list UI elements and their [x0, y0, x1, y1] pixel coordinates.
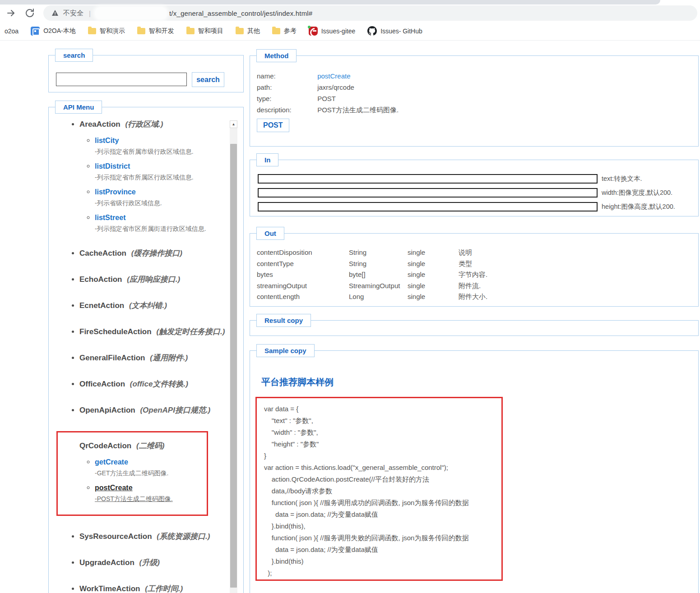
folder-icon — [272, 28, 280, 34]
security-label: 不安全 — [63, 9, 83, 18]
method-row-type: type: POST — [257, 93, 399, 104]
code-line: var action = this.Actions.load("x_genera… — [264, 462, 501, 473]
sample-heading: 平台推荐脚本样例 — [261, 376, 334, 388]
menu-item-openapiaction: OpenApiAction (OpenAPI接口规范.) — [79, 405, 227, 416]
search-button[interactable]: search — [192, 72, 224, 87]
menu-item-ecnetaction: EcnetAction (文本纠错.) — [79, 300, 227, 311]
width-input[interactable] — [258, 188, 598, 198]
method-row-name: name: postCreate — [257, 70, 399, 82]
menu-subitem-listdistrict: listDistrict -列示指定省市所属区行政区域信息. — [95, 161, 227, 181]
out-panel: Out contentDispositionStringsingle说明 con… — [250, 233, 699, 307]
method-name-value: postCreate — [317, 72, 350, 80]
out-row: bytesbyte[]single字节内容. — [257, 269, 487, 280]
code-line: } — [264, 450, 501, 462]
postcreate-link[interactable]: postCreate — [95, 484, 133, 492]
bookmark-folder-zhihe-dev[interactable]: 智和开发 — [137, 27, 174, 35]
menu-item-officeaction: OfficeAction (office文件转换.) — [79, 379, 227, 390]
bookmark-o2oa-local[interactable]: O2OA-本地 — [31, 27, 76, 36]
menu-subitem-liststreet: listStreet -列示指定省市区所属街道行政区域信息. — [95, 212, 227, 233]
menu-subitem-postcreate-selected: postCreate -POST方法生成二维码图像. — [95, 483, 207, 503]
result-copy-legend: Result copy — [256, 314, 311, 327]
bookmark-folder-zhihe-demo[interactable]: 智和演示 — [88, 27, 125, 35]
listcity-link[interactable]: listCity — [95, 137, 119, 144]
liststreet-link[interactable]: listStreet — [95, 214, 125, 221]
menu-subitem-listprovince: listProvince -列示省级行政区域信息. — [95, 187, 227, 207]
code-line: action.QrCodeAction.postCreate(//平台封装好的方… — [264, 473, 501, 485]
bookmark-issues-gitee[interactable]: Issues-gitee — [309, 27, 355, 36]
browser-toolbar: 不安全 | t/x_general_assemble_control/jest/… — [0, 5, 700, 22]
forward-icon[interactable] — [5, 8, 16, 18]
address-bar[interactable]: 不安全 | t/x_general_assemble_control/jest/… — [43, 5, 697, 21]
menu-item-areaaction: AreaAction (行政区域.) listCity -列示指定省所属市级行政… — [79, 119, 227, 233]
sample-code-block: var data = { "text" : "参数", "width" : "参… — [255, 397, 503, 581]
bookmark-o2oa[interactable]: o2oa — [5, 28, 19, 35]
search-panel-legend: search — [55, 49, 93, 62]
listdistrict-link[interactable]: listDistrict — [95, 162, 130, 170]
height-input[interactable] — [258, 202, 598, 211]
search-input[interactable] — [56, 73, 187, 86]
api-menu-panel: API Menu AreaAction (行政区域.) listCity -列示… — [48, 107, 244, 593]
api-menu-legend: API Menu — [55, 101, 102, 114]
o2oa-logo-icon — [31, 27, 40, 36]
menu-subitem-listcity: listCity -列示指定省所属市级行政区域信息. — [95, 135, 227, 156]
menu-subitem-getcreate: getCreate -GET方法生成二维码图像. — [95, 457, 207, 477]
getcreate-link[interactable]: getCreate — [95, 458, 128, 466]
post-button[interactable]: POST — [257, 119, 289, 132]
url-text: t/x_general_assemble_control/jest/index.… — [169, 9, 313, 17]
out-table: contentDispositionStringsingle说明 content… — [257, 247, 487, 303]
result-copy-panel: Result copy — [250, 320, 699, 336]
sample-copy-legend: Sample copy — [256, 344, 315, 357]
folder-icon — [137, 28, 145, 34]
out-row: contentDispositionStringsingle说明 — [257, 247, 487, 258]
menu-item-generalfileaction: GeneralFileAction (通用附件.) — [79, 353, 227, 363]
listprovince-link[interactable]: listProvince — [95, 188, 136, 196]
tab-strip — [0, 0, 660, 5]
address-separator: | — [89, 9, 91, 17]
code-line: function( json ){ //服务调用成功的回调函数, json为服务… — [264, 497, 501, 509]
out-row: contentLengthLongsingle附件大小. — [257, 291, 487, 303]
code-line: }.bind(this), — [264, 520, 501, 532]
github-icon — [367, 26, 377, 36]
redacted-host — [95, 7, 167, 19]
in-field-width: width:图像宽度,默认200. — [258, 188, 672, 198]
text-input[interactable] — [258, 174, 598, 184]
in-panel-legend: In — [256, 153, 278, 166]
in-field-text: text:转换文本. — [258, 174, 642, 184]
menu-item-upgradeaction: UpgradeAction (升级) — [79, 557, 227, 568]
code-line: var data = { — [264, 403, 501, 415]
code-line: data = json.data; //为变量data赋值 — [264, 544, 501, 556]
bookmark-folder-other[interactable]: 其他 — [236, 27, 260, 35]
folder-icon — [236, 28, 244, 34]
scrollbar-up-arrow-icon[interactable]: ▲ — [230, 120, 237, 128]
code-line: "height" : "参数" — [264, 438, 501, 450]
bookmark-issues-github[interactable]: Issues- GitHub — [367, 26, 422, 36]
code-line: data,//body请求参数 — [264, 485, 501, 497]
folder-icon — [186, 28, 195, 34]
code-line: "width" : "参数", — [264, 427, 501, 438]
folder-icon — [88, 28, 96, 34]
bookmark-folder-reference[interactable]: 参考 — [272, 27, 297, 35]
method-row-path: path: jaxrs/qrcode — [257, 82, 399, 93]
in-panel: In text:转换文本. width:图像宽度,默认200. height:图… — [250, 160, 699, 216]
api-menu-list: AreaAction (行政区域.) listCity -列示指定省所属市级行政… — [56, 115, 227, 593]
menu-item-echoaction: EchoAction (应用响应接口.) — [79, 274, 227, 285]
code-line: data = json.data; //为变量data赋值 — [264, 509, 501, 520]
gitee-icon — [309, 27, 318, 36]
out-panel-legend: Out — [256, 227, 284, 240]
menu-scrollbar[interactable]: ▲ ▼ — [230, 120, 237, 593]
search-panel: search search — [48, 55, 244, 92]
bookmarks-bar: o2oa O2OA-本地 智和演示 智和开发 智和项目 其他 参考 Issues… — [0, 22, 700, 41]
code-line: }.bind(this) — [264, 556, 501, 567]
method-panel-legend: Method — [256, 49, 297, 62]
menu-item-firescheduleaction: FireScheduleAction (触发定时任务接口.) — [79, 326, 227, 337]
method-panel: Method name: postCreate path: jaxrs/qrco… — [250, 55, 699, 147]
menu-item-worktimeaction: WorkTimeAction (工作时间.) — [79, 584, 227, 593]
scrollbar-thumb[interactable] — [230, 144, 237, 588]
out-row: contentTypeStringsingle类型 — [257, 258, 487, 270]
code-line: ); — [264, 567, 501, 579]
code-line: "text" : "参数", — [264, 415, 501, 427]
reload-icon[interactable] — [24, 8, 35, 18]
bookmark-folder-zhihe-project[interactable]: 智和项目 — [186, 27, 223, 35]
method-row-description: description: POST方法生成二维码图像. — [257, 104, 399, 115]
sample-copy-panel: Sample copy 平台推荐脚本样例 var data = { "text"… — [250, 350, 699, 593]
